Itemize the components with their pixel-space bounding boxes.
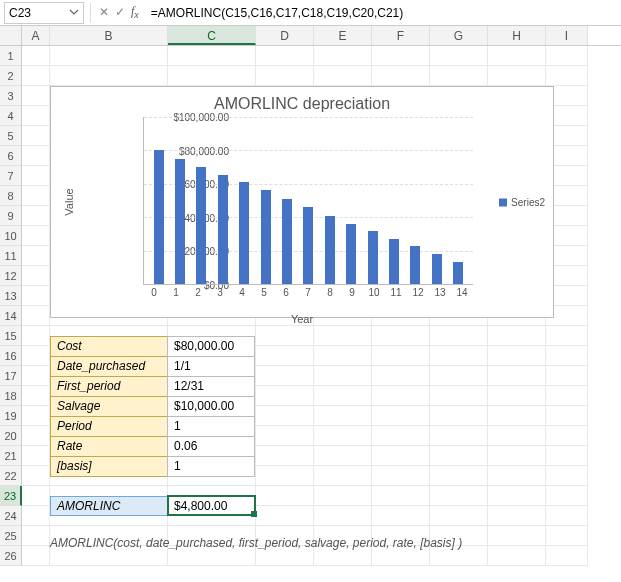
row-header[interactable]: 7 (0, 166, 22, 186)
col-header[interactable]: E (314, 26, 372, 45)
fx-icon[interactable]: fx (131, 4, 139, 20)
cell[interactable] (22, 266, 50, 286)
row-header[interactable]: 19 (0, 406, 22, 426)
cell[interactable] (22, 466, 50, 486)
cell[interactable] (314, 506, 372, 526)
cell[interactable] (314, 426, 372, 446)
cell[interactable] (22, 246, 50, 266)
cell[interactable] (22, 226, 50, 246)
cell[interactable] (430, 426, 488, 446)
cell[interactable] (546, 446, 588, 466)
cell[interactable] (372, 486, 430, 506)
cell[interactable] (546, 366, 588, 386)
cell[interactable] (256, 46, 314, 66)
label-first-period[interactable]: First_period (50, 376, 168, 397)
cell[interactable] (168, 66, 256, 86)
result-label[interactable]: AMORLINC (50, 496, 168, 516)
col-header[interactable]: C (168, 26, 256, 45)
cell[interactable] (430, 466, 488, 486)
cancel-icon[interactable]: ✕ (99, 5, 109, 19)
row-header[interactable]: 3 (0, 86, 22, 106)
row-header[interactable]: 11 (0, 246, 22, 266)
cell[interactable] (488, 426, 546, 446)
row-header[interactable]: 1 (0, 46, 22, 66)
accept-icon[interactable]: ✓ (115, 5, 125, 19)
cell[interactable] (314, 326, 372, 346)
cell[interactable] (488, 366, 546, 386)
cell[interactable] (168, 46, 256, 66)
cell-basis[interactable]: 1 (167, 456, 255, 477)
row-header[interactable]: 10 (0, 226, 22, 246)
cell[interactable] (22, 546, 50, 566)
cell[interactable] (314, 446, 372, 466)
cell[interactable] (22, 146, 50, 166)
col-header[interactable]: F (372, 26, 430, 45)
row-header[interactable]: 24 (0, 506, 22, 526)
chart[interactable]: AMORLINC depreciation Value $0.00$20,000… (50, 86, 554, 318)
col-header[interactable]: B (50, 26, 168, 45)
cell[interactable] (256, 466, 314, 486)
row-header[interactable]: 2 (0, 66, 22, 86)
cell[interactable] (22, 86, 50, 106)
cell[interactable] (22, 526, 50, 546)
row-header[interactable]: 15 (0, 326, 22, 346)
spreadsheet-grid[interactable]: A B C D E F G H I 1234567891011121314151… (0, 26, 621, 566)
cell[interactable] (22, 166, 50, 186)
cell[interactable] (22, 126, 50, 146)
cell[interactable] (546, 506, 588, 526)
cell[interactable] (430, 46, 488, 66)
row-header[interactable]: 21 (0, 446, 22, 466)
row-header[interactable]: 4 (0, 106, 22, 126)
cell[interactable] (430, 66, 488, 86)
cell[interactable] (256, 446, 314, 466)
cell[interactable] (22, 186, 50, 206)
cell[interactable] (22, 286, 50, 306)
cell-salvage[interactable]: $10,000.00 (167, 396, 255, 417)
cell[interactable] (314, 486, 372, 506)
cell[interactable] (488, 66, 546, 86)
cell[interactable] (488, 326, 546, 346)
cell[interactable] (546, 426, 588, 446)
cell[interactable] (22, 46, 50, 66)
cell-first-period[interactable]: 12/31 (167, 376, 255, 397)
row-header[interactable]: 6 (0, 146, 22, 166)
cell[interactable] (546, 66, 588, 86)
cell[interactable] (256, 386, 314, 406)
select-all-corner[interactable] (0, 26, 22, 45)
cell[interactable] (50, 66, 168, 86)
cell[interactable] (546, 486, 588, 506)
label-period[interactable]: Period (50, 416, 168, 437)
cell[interactable] (22, 506, 50, 526)
cell[interactable] (22, 326, 50, 346)
row-header[interactable]: 14 (0, 306, 22, 326)
col-header[interactable]: I (546, 26, 588, 45)
result-value[interactable]: $4,800.00 (167, 496, 255, 516)
cell[interactable] (430, 386, 488, 406)
cell[interactable] (488, 486, 546, 506)
cell[interactable] (488, 386, 546, 406)
cell[interactable] (22, 106, 50, 126)
row-header[interactable]: 12 (0, 266, 22, 286)
cell[interactable] (546, 466, 588, 486)
cell[interactable] (256, 366, 314, 386)
cell[interactable] (488, 546, 546, 566)
cell[interactable] (22, 306, 50, 326)
cell[interactable] (430, 346, 488, 366)
row-header[interactable]: 18 (0, 386, 22, 406)
formula-input[interactable] (145, 2, 621, 24)
cell[interactable] (256, 426, 314, 446)
cell[interactable] (546, 526, 588, 546)
name-box[interactable]: C23 (4, 2, 84, 24)
row-header[interactable]: 26 (0, 546, 22, 566)
cell-rate[interactable]: 0.06 (167, 436, 255, 457)
cell[interactable] (314, 66, 372, 86)
cell[interactable] (488, 406, 546, 426)
cell[interactable] (22, 346, 50, 366)
cell[interactable] (314, 366, 372, 386)
row-header[interactable]: 22 (0, 466, 22, 486)
cell[interactable] (372, 506, 430, 526)
cell[interactable] (488, 526, 546, 546)
row-header[interactable]: 25 (0, 526, 22, 546)
row-header[interactable]: 13 (0, 286, 22, 306)
label-rate[interactable]: Rate (50, 436, 168, 457)
